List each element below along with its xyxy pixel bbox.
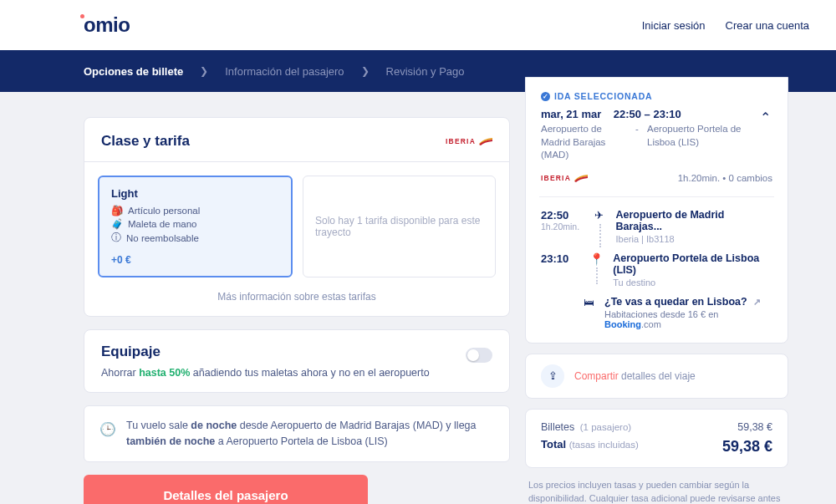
night-flight-text: Tu vuelo sale de noche desde Aeropuerto … (126, 418, 494, 450)
carrier-text: IBERIA (541, 174, 571, 182)
trip-summary-card: ✓ IDA SELECCIONADA mar, 21 mar 22:50 – 2… (525, 77, 788, 344)
logo-text: omio (84, 13, 130, 36)
tickets-label: Billetes (1 pasajero) (541, 421, 631, 433)
share-text: Compartir detalles del viaje (574, 370, 696, 382)
step-review-payment: Revisión y Pago (386, 65, 465, 78)
step-passenger-info: Información del pasajero (225, 65, 344, 78)
fare-option-light[interactable]: Light 🎒Artículo personal 🧳Maleta de mano… (98, 176, 293, 277)
arr-airport: Aeropuerto Portela de Lisboa (LIS) (613, 252, 772, 276)
fare-price: +0 € (111, 254, 279, 266)
total-amount: 59,38 € (722, 438, 772, 456)
carrier-logo: IBERIA (446, 135, 492, 148)
swoosh-icon (574, 172, 588, 185)
bag-icon: 🎒 (111, 205, 123, 216)
fare-more-info-link[interactable]: Más información sobre estas tarifas (84, 286, 509, 316)
stay-promo[interactable]: 🛏 ¿Te vas a quedar en Lisboa? ↗ Habitaci… (541, 296, 772, 329)
info-icon: ⓘ (111, 232, 121, 244)
chevron-right-icon: ❯ (200, 65, 208, 77)
stay-sub: Habitaciones desde 16 € en Booking.com (604, 309, 772, 329)
top-bar: omio Iniciar sesión Crear una cuenta (0, 0, 836, 50)
outbound-selected-badge: ✓ IDA SELECCIONADA (541, 91, 772, 101)
baggage-title: Equipaje (101, 344, 161, 360)
arr-time: 23:10 (541, 252, 579, 265)
plane-icon: ✈ (594, 209, 604, 221)
dep-duration: 1h.20min. (541, 221, 583, 232)
top-links: Iniciar sesión Crear una cuenta (642, 19, 809, 32)
dep-time: 22:50 (541, 209, 583, 221)
fare-feature: Artículo personal (128, 206, 200, 216)
fare-card: Clase y tarifa IBERIA Light 🎒Artículo pe… (84, 117, 510, 317)
trip-duration: 1h.20min. • 0 cambios (678, 173, 772, 183)
arr-subtitle: Tu destino (613, 277, 772, 288)
clock-icon: 🕒 (99, 420, 116, 440)
trip-time-range: 22:50 – 23:10 (614, 108, 681, 120)
stay-question: ¿Te vas a quedar en Lisboa? ↗ (604, 296, 772, 308)
login-link[interactable]: Iniciar sesión (642, 19, 706, 32)
baggage-text: Ahorrar hasta 50% añadiendo tus maletas … (101, 367, 492, 379)
location-pin-icon: 📍 (589, 252, 604, 266)
fare-feature: No reembolsable (126, 233, 199, 243)
leg-arrival: 23:10 📍 Aeropuerto Portela de Lisboa (LI… (541, 252, 772, 288)
fare-title: Clase y tarifa (101, 133, 190, 150)
leg-departure: 22:50 1h.20min. ✈ Aeropuerto de Madrid B… (541, 209, 772, 244)
from-airport: Aeropuerto de Madrid Barajas (MAD) (541, 123, 629, 162)
baggage-card: Equipaje Ahorrar hasta 50% añadiendo tus… (84, 329, 510, 393)
tickets-amount: 59,38 € (737, 421, 772, 433)
total-label: Total (tasas incluidas) (541, 438, 639, 456)
signup-link[interactable]: Crear una cuenta (726, 19, 809, 32)
logo-dot-icon (80, 14, 84, 18)
check-icon: ✓ (541, 92, 550, 101)
carrier-logo: IBERIA (541, 172, 588, 185)
step-ticket-options[interactable]: Opciones de billete (84, 65, 183, 78)
trip-date: mar, 21 mar (541, 108, 601, 120)
route-line-icon (596, 267, 598, 284)
bed-icon: 🛏 (584, 296, 594, 308)
fare-option-disabled: Solo hay 1 tarifa disponible para este t… (303, 176, 496, 277)
dep-airport: Aeropuerto de Madrid Barajas... (616, 209, 773, 232)
fare-feature: Maleta de mano (128, 219, 196, 229)
flight-number: Iberia | Ib3118 (616, 234, 773, 244)
suitcase-icon: 🧳 (111, 218, 123, 230)
carrier-text: IBERIA (446, 137, 476, 145)
share-icon: ⇪ (541, 364, 564, 388)
swoosh-icon (479, 135, 492, 148)
fare-disabled-text: Solo hay 1 tarifa disponible para este t… (315, 215, 483, 238)
fare-name: Light (111, 187, 279, 200)
continue-button[interactable]: Detalles del pasajero (84, 475, 368, 505)
price-disclaimer: Los precios incluyen tasas y pueden camb… (525, 478, 788, 504)
baggage-toggle[interactable] (466, 348, 492, 363)
collapse-icon[interactable]: ⌃ (758, 108, 772, 127)
logo[interactable]: omio (84, 13, 130, 37)
night-flight-notice: 🕒 Tu vuelo sale de noche desde Aeropuert… (84, 405, 510, 462)
route-line-icon (599, 224, 601, 247)
external-link-icon: ↗ (753, 297, 761, 307)
share-trip-button[interactable]: ⇪ Compartir detalles del viaje (525, 354, 788, 399)
chevron-right-icon: ❯ (361, 65, 370, 77)
to-airport: Aeropuerto Portela de Lisboa (LIS) (647, 123, 758, 162)
price-card: Billetes (1 pasajero) 59,38 € Total (tas… (525, 409, 788, 468)
